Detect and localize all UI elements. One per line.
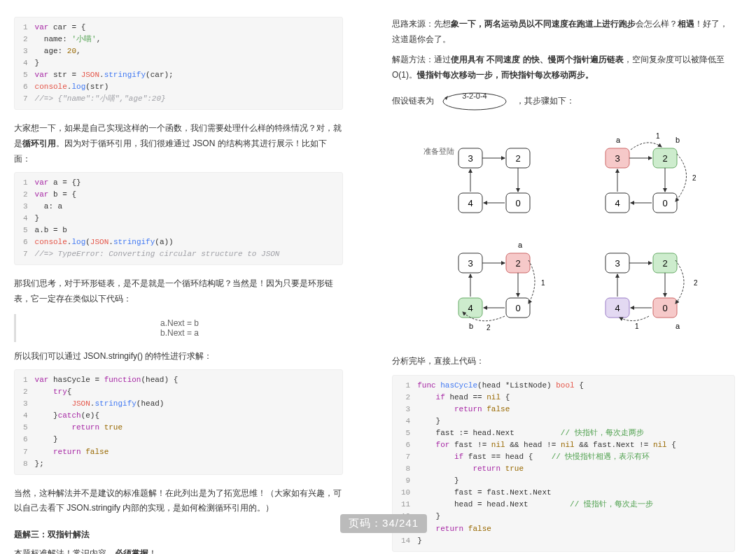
code-block-2: 1234567 var a = {} var b = { a: a } a.b … <box>14 172 343 265</box>
paragraph: 解题方法：通过使用具有 不同速度 的快、慢两个指针遍历链表，空间复杂度可以被降低… <box>392 52 735 83</box>
gutter: 1234567 <box>15 17 35 109</box>
svg-text:4: 4 <box>615 198 620 208</box>
svg-text:b: b <box>676 136 680 144</box>
svg-text:2: 2 <box>694 279 698 287</box>
code-block-1: 1234567 var car = { name: '小喵', age: 20,… <box>14 17 343 110</box>
paragraph: 所以我们可以通过 JSON.stringify() 的特性进行求解： <box>14 349 343 364</box>
paragraph: 分析完毕，直接上代码： <box>392 354 735 369</box>
svg-text:2: 2 <box>515 153 520 164</box>
svg-text:2: 2 <box>486 324 491 332</box>
svg-text:a: a <box>518 241 523 249</box>
svg-text:0: 0 <box>662 303 667 313</box>
svg-text:3-2-0-4: 3-2-0-4 <box>463 92 487 100</box>
svg-text:2: 2 <box>662 153 667 164</box>
code-block-4: 1234567891011121314 func hasCycle(head *… <box>392 375 735 552</box>
paragraph: 那我们思考，对于环形链表，是不是就是一个循环结构呢？当然是！因为只要是环形链表，… <box>14 276 343 306</box>
svg-text:4: 4 <box>468 198 472 208</box>
svg-text:3: 3 <box>468 258 472 269</box>
quote-block: a.Next = b b.Next = a <box>14 314 343 342</box>
svg-text:0: 0 <box>515 303 520 313</box>
svg-text:3: 3 <box>615 153 620 164</box>
svg-text:1: 1 <box>656 132 660 140</box>
svg-text:4: 4 <box>468 303 472 313</box>
svg-text:4: 4 <box>615 303 620 313</box>
svg-text:2: 2 <box>662 258 667 269</box>
paragraph: 当然，这种解法并不是建议的标准题解！在此列出是为了拓宽思维！（大家如有兴趣，可以… <box>14 486 343 516</box>
svg-text:2: 2 <box>515 258 520 269</box>
pointer-diagram: 准备登陆 3 2 4 0 <box>410 120 718 344</box>
page: 1234567 var car = { name: '小喵', age: 20,… <box>0 0 756 554</box>
svg-text:3: 3 <box>468 153 472 164</box>
svg-text:1: 1 <box>635 322 639 330</box>
svg-text:a: a <box>616 136 621 144</box>
svg-text:2: 2 <box>692 174 696 182</box>
code-block-3: 12345678 var hasCycle = function(head) {… <box>14 369 343 474</box>
loop-diagram: 假设链表为 3-2-0-4 ，其步骤如下： <box>392 90 735 113</box>
left-column: 1234567 var car = { name: '小喵', age: 20,… <box>0 0 378 554</box>
svg-text:1: 1 <box>541 279 545 287</box>
svg-text:0: 0 <box>662 198 667 208</box>
paragraph: 大家想一下，如果是自己实现这样的一个函数，我们需要处理什么样的特殊情况？对，就是… <box>14 121 343 166</box>
section-heading: 题解三：双指针解法 <box>14 529 343 541</box>
paragraph: 本题标准解法！常识内容，必须掌握！ <box>14 546 343 554</box>
svg-text:0: 0 <box>515 198 520 208</box>
svg-text:3: 3 <box>615 258 620 269</box>
page-number-badge: 页码：34/241 <box>340 514 427 533</box>
code-lines: var car = { name: '小喵', age: 20, } var s… <box>35 17 181 109</box>
svg-text:准备登陆: 准备登陆 <box>424 147 454 155</box>
right-column: 思路来源：先想象一下，两名运动员以不同速度在跑道上进行跑步会怎么样？相遇！好了，… <box>378 0 756 554</box>
svg-text:a: a <box>676 322 680 330</box>
svg-text:b: b <box>469 322 473 330</box>
paragraph: 思路来源：先想象一下，两名运动员以不同速度在跑道上进行跑步会怎么样？相遇！好了，… <box>392 17 735 47</box>
